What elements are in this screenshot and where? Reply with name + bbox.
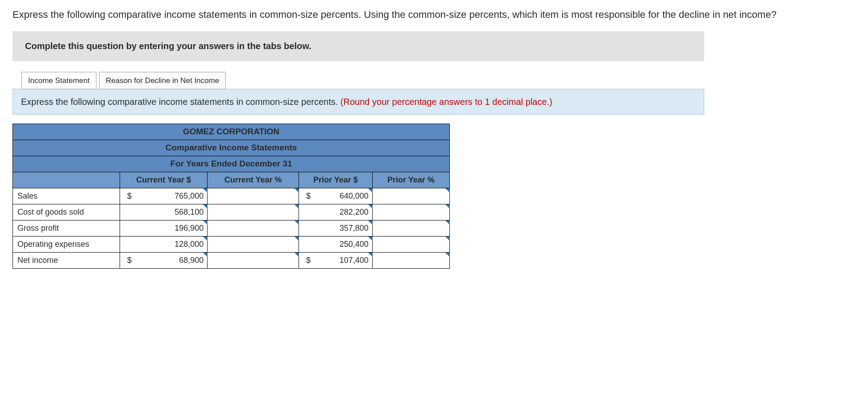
dollar-sign: $: [125, 256, 132, 265]
tab-reason-decline[interactable]: Reason for Decline in Net Income: [99, 72, 226, 89]
income-statement-table: GOMEZ CORPORATION Comparative Income Sta…: [12, 124, 450, 269]
prior-year-value: $640,000: [299, 188, 372, 204]
row-label: Gross profit: [13, 220, 120, 236]
prior-year-value: 250,400: [299, 236, 372, 252]
table-title-company: GOMEZ CORPORATION: [13, 124, 450, 140]
current-year-value: 568,100: [120, 204, 208, 220]
sub-instruction-hint: (Round your percentage answers to 1 deci…: [341, 97, 552, 107]
value: 568,100: [174, 208, 204, 216]
value: 196,900: [174, 224, 204, 233]
value: 765,000: [174, 191, 204, 200]
current-year-value: $765,000: [120, 188, 208, 204]
current-year-value: 128,000: [120, 236, 208, 252]
prior-year-percent-input[interactable]: [372, 252, 449, 268]
current-year-value: 196,900: [120, 220, 208, 236]
value: 68,900: [179, 256, 204, 265]
table-row: Sales $765,000 $640,000: [13, 188, 450, 204]
row-label: Net income: [13, 252, 120, 268]
value: 640,000: [340, 191, 369, 200]
dollar-sign: $: [125, 191, 132, 201]
tabs-container: Income Statement Reason for Decline in N…: [21, 72, 856, 89]
tab-income-statement[interactable]: Income Statement: [21, 72, 96, 89]
value: 357,800: [340, 224, 369, 233]
current-year-percent-input[interactable]: [208, 188, 299, 204]
table-title-period: For Years Ended December 31: [13, 156, 450, 172]
row-label: Cost of goods sold: [13, 204, 120, 220]
col-current-year-percent: Current Year %: [208, 172, 299, 188]
value: 128,000: [174, 240, 204, 249]
dollar-sign: $: [303, 191, 311, 201]
value: 107,400: [340, 256, 369, 265]
table-row: Net income $68,900 $107,400: [13, 252, 450, 268]
prior-year-value: $107,400: [299, 252, 372, 268]
table-row: Cost of goods sold 568,100 282,200: [13, 204, 450, 220]
col-current-year-dollar: Current Year $: [120, 172, 208, 188]
current-year-percent-input[interactable]: [208, 220, 299, 236]
current-year-percent-input[interactable]: [208, 252, 299, 268]
prior-year-percent-input[interactable]: [372, 204, 449, 220]
col-blank: [13, 172, 120, 188]
table-title-statement: Comparative Income Statements: [13, 140, 450, 156]
prior-year-percent-input[interactable]: [372, 236, 449, 252]
value: 250,400: [340, 240, 369, 249]
table-row: Operating expenses 128,000 250,400: [13, 236, 450, 252]
row-label: Sales: [13, 188, 120, 204]
col-prior-year-percent: Prior Year %: [372, 172, 449, 188]
dollar-sign: $: [303, 256, 311, 265]
row-label: Operating expenses: [13, 236, 120, 252]
table-row: Gross profit 196,900 357,800: [13, 220, 450, 236]
sub-instruction-main: Express the following comparative income…: [21, 97, 341, 107]
prior-year-percent-input[interactable]: [372, 188, 449, 204]
prior-year-percent-input[interactable]: [372, 220, 449, 236]
instruction-banner: Complete this question by entering your …: [12, 31, 704, 61]
current-year-percent-input[interactable]: [208, 204, 299, 220]
prior-year-value: 357,800: [299, 220, 372, 236]
current-year-percent-input[interactable]: [208, 236, 299, 252]
sub-instruction: Express the following comparative income…: [12, 89, 704, 115]
current-year-value: $68,900: [120, 252, 208, 268]
question-text: Express the following comparative income…: [12, 8, 856, 21]
col-prior-year-dollar: Prior Year $: [299, 172, 372, 188]
prior-year-value: 282,200: [299, 204, 372, 220]
value: 282,200: [340, 208, 369, 216]
